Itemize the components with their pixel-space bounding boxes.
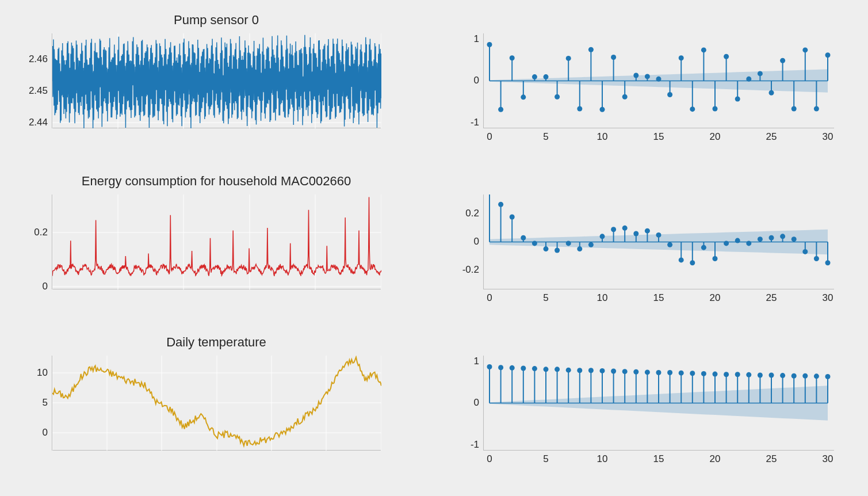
subplot-pump-line: Pump sensor 0 2.44 2.45 2.46 bbox=[52, 33, 381, 128]
subplot-energy-acf: -0.2 0 0.2 0 5 10 15 20 25 30 bbox=[483, 194, 834, 289]
xtick: 20 bbox=[710, 450, 721, 465]
svg-point-182 bbox=[622, 369, 628, 374]
subplot-pump-acf: -1 0 1 0 5 10 15 20 25 30 bbox=[483, 33, 834, 128]
svg-point-26 bbox=[566, 56, 571, 61]
figure: Pump sensor 0 2.44 2.45 2.46 -1 0 1 0 5 … bbox=[0, 0, 868, 496]
svg-point-166 bbox=[532, 366, 537, 371]
svg-point-174 bbox=[577, 368, 582, 373]
svg-point-124 bbox=[713, 256, 718, 261]
svg-point-24 bbox=[555, 94, 560, 100]
svg-point-120 bbox=[690, 260, 695, 265]
xtick: 30 bbox=[823, 289, 833, 304]
svg-point-34 bbox=[611, 55, 616, 60]
svg-point-64 bbox=[780, 58, 785, 63]
ytick: 0 bbox=[474, 397, 484, 409]
svg-point-20 bbox=[532, 74, 537, 79]
grid bbox=[52, 194, 381, 289]
xtick: 5 bbox=[543, 289, 548, 304]
svg-point-138 bbox=[791, 236, 797, 242]
svg-point-198 bbox=[713, 372, 718, 377]
plot-area: 0 5 10 bbox=[52, 356, 381, 451]
xtick: 25 bbox=[766, 450, 777, 465]
svg-point-178 bbox=[600, 368, 605, 373]
svg-point-88 bbox=[510, 215, 515, 220]
svg-point-130 bbox=[746, 241, 751, 246]
title-pump: Pump sensor 0 bbox=[52, 13, 381, 28]
ytick: 2.45 bbox=[29, 85, 52, 97]
svg-point-100 bbox=[577, 246, 582, 251]
ytick: 0 bbox=[43, 281, 52, 292]
svg-point-170 bbox=[555, 367, 560, 372]
svg-point-96 bbox=[555, 248, 560, 253]
svg-point-214 bbox=[802, 373, 808, 379]
svg-point-86 bbox=[498, 202, 503, 207]
svg-point-28 bbox=[577, 106, 582, 112]
ytick: 1 bbox=[474, 356, 484, 367]
svg-point-70 bbox=[814, 106, 819, 112]
svg-point-52 bbox=[713, 106, 718, 112]
plot-area: -1 0 1 0 5 10 15 20 25 30 bbox=[483, 356, 834, 451]
xtick: 15 bbox=[653, 289, 664, 304]
subplot-energy-line: Energy consumption for household MAC0026… bbox=[52, 194, 381, 289]
svg-point-210 bbox=[780, 373, 785, 378]
xtick: 10 bbox=[597, 450, 608, 465]
svg-point-118 bbox=[679, 257, 684, 262]
plot-area: 2.44 2.45 2.46 bbox=[52, 33, 381, 128]
svg-point-108 bbox=[622, 226, 628, 231]
title-temp: Daily temperature bbox=[52, 335, 381, 350]
svg-point-200 bbox=[724, 372, 729, 377]
xtick: 15 bbox=[653, 128, 664, 143]
svg-point-36 bbox=[622, 94, 628, 100]
svg-point-180 bbox=[611, 369, 616, 374]
xtick: 25 bbox=[766, 128, 777, 143]
svg-point-114 bbox=[656, 232, 661, 238]
ytick: 0.2 bbox=[34, 227, 52, 238]
acf-svg bbox=[484, 356, 835, 451]
svg-point-98 bbox=[566, 241, 571, 246]
svg-point-134 bbox=[769, 235, 774, 241]
ytick: 5 bbox=[43, 397, 52, 409]
svg-point-162 bbox=[510, 365, 515, 371]
svg-point-160 bbox=[498, 365, 503, 370]
svg-point-158 bbox=[487, 364, 492, 369]
svg-point-216 bbox=[814, 373, 819, 379]
acf-svg bbox=[484, 33, 835, 128]
plot-area: 0 0.2 bbox=[52, 194, 381, 289]
svg-point-128 bbox=[735, 238, 740, 243]
ytick: 2.44 bbox=[29, 117, 52, 128]
xtick: 0 bbox=[487, 450, 492, 465]
ytick: -1 bbox=[471, 117, 484, 128]
svg-point-58 bbox=[746, 77, 751, 82]
xtick: 10 bbox=[597, 128, 608, 143]
xtick: 20 bbox=[710, 289, 721, 304]
xtick: 15 bbox=[653, 450, 664, 465]
svg-point-94 bbox=[544, 246, 549, 251]
svg-point-50 bbox=[701, 47, 706, 52]
svg-point-136 bbox=[780, 234, 785, 239]
xtick: 30 bbox=[823, 128, 833, 143]
xtick: 10 bbox=[597, 289, 608, 304]
svg-point-42 bbox=[656, 77, 661, 82]
svg-point-18 bbox=[521, 94, 526, 100]
svg-point-62 bbox=[769, 90, 774, 96]
svg-point-38 bbox=[633, 73, 638, 78]
svg-point-194 bbox=[690, 371, 695, 376]
svg-point-192 bbox=[679, 371, 684, 376]
subplot-temp-line: Daily temperature 0 5 10 bbox=[52, 356, 381, 451]
ytick: 0 bbox=[474, 75, 484, 86]
svg-point-132 bbox=[758, 236, 763, 242]
ytick: 2.46 bbox=[29, 54, 52, 65]
svg-point-66 bbox=[791, 106, 797, 112]
svg-point-40 bbox=[645, 74, 650, 79]
xtick: 5 bbox=[543, 450, 548, 465]
xtick: 5 bbox=[543, 128, 548, 143]
svg-point-188 bbox=[656, 370, 661, 375]
svg-point-60 bbox=[758, 71, 763, 76]
xtick: 0 bbox=[487, 289, 492, 304]
svg-point-164 bbox=[521, 365, 526, 371]
ytick: 10 bbox=[37, 367, 52, 379]
svg-point-16 bbox=[510, 55, 515, 60]
svg-point-126 bbox=[724, 241, 729, 246]
svg-point-184 bbox=[633, 369, 638, 375]
svg-point-190 bbox=[667, 370, 672, 375]
